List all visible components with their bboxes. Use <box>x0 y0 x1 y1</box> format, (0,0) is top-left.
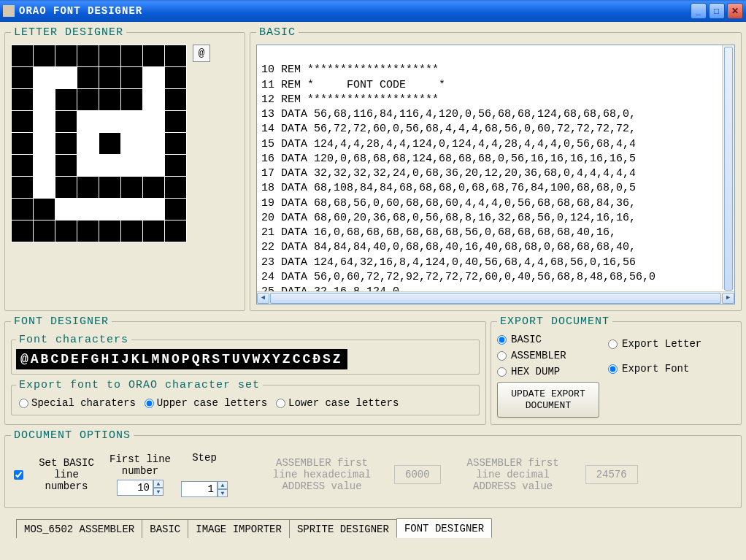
pixel-cell[interactable] <box>143 133 165 155</box>
pixel-cell[interactable] <box>77 89 99 111</box>
close-button[interactable]: ✕ <box>727 3 743 19</box>
pixel-cell[interactable] <box>77 67 99 89</box>
pixel-cell[interactable] <box>77 45 99 67</box>
pixel-cell[interactable] <box>143 67 165 89</box>
pixel-cell[interactable] <box>12 89 34 111</box>
pixel-cell[interactable] <box>121 45 143 67</box>
pixel-cell[interactable] <box>34 133 55 155</box>
pixel-cell[interactable] <box>12 111 34 133</box>
pixel-cell[interactable] <box>143 155 165 177</box>
pixel-cell[interactable] <box>165 133 187 155</box>
pixel-cell[interactable] <box>121 67 143 89</box>
pixel-cell[interactable] <box>55 45 77 67</box>
radio-export-assembler[interactable]: ASSEMBLER <box>497 350 599 361</box>
pixel-cell[interactable] <box>99 89 121 111</box>
radio-upper-case[interactable]: Upper case letters <box>145 397 267 409</box>
pixel-cell[interactable] <box>12 133 34 155</box>
pixel-cell[interactable] <box>99 177 121 199</box>
pixel-cell[interactable] <box>165 111 187 133</box>
pixel-cell[interactable] <box>55 199 77 220</box>
pixel-cell[interactable] <box>143 177 165 199</box>
pixel-cell[interactable] <box>165 89 187 111</box>
pixel-cell[interactable] <box>12 45 34 67</box>
step-input[interactable] <box>181 481 218 497</box>
pixel-cell[interactable] <box>165 155 187 177</box>
pixel-cell[interactable] <box>165 67 187 89</box>
pixel-cell[interactable] <box>12 220 34 242</box>
step-spinner[interactable]: ▲▼ <box>181 481 228 497</box>
scroll-right-icon[interactable]: ► <box>722 293 734 304</box>
set-basic-lines-checkbox[interactable] <box>14 470 23 480</box>
radio-special-characters[interactable]: Special charaters <box>19 397 136 409</box>
pixel-cell[interactable] <box>121 111 143 133</box>
pixel-cell[interactable] <box>34 220 55 242</box>
pixel-cell[interactable] <box>34 177 55 199</box>
pixel-cell[interactable] <box>121 155 143 177</box>
pixel-cell[interactable] <box>143 220 165 242</box>
spin-up-icon[interactable]: ▲ <box>218 481 228 489</box>
tab-font-designer[interactable]: FONT DESIGNER <box>396 518 492 538</box>
radio-lower-case[interactable]: Lower case letters <box>276 397 399 409</box>
pixel-cell[interactable] <box>55 177 77 199</box>
pixel-cell[interactable] <box>77 220 99 242</box>
tab-basic[interactable]: BASIC <box>142 519 188 538</box>
pixel-grid[interactable] <box>11 45 187 242</box>
horizontal-scrollbar[interactable]: ◄ ► <box>257 291 734 304</box>
pixel-cell[interactable] <box>55 155 77 177</box>
first-line-spinner[interactable]: ▲▼ <box>117 480 164 496</box>
pixel-cell[interactable] <box>165 199 187 220</box>
pixel-cell[interactable] <box>99 220 121 242</box>
pixel-cell[interactable] <box>121 220 143 242</box>
vertical-scrollbar[interactable] <box>722 45 734 289</box>
pixel-cell[interactable] <box>55 111 77 133</box>
pixel-cell[interactable] <box>99 155 121 177</box>
pixel-cell[interactable] <box>143 111 165 133</box>
pixel-cell[interactable] <box>55 220 77 242</box>
basic-code-area[interactable]: 10 REM ******************** 11 REM * FON… <box>256 45 735 304</box>
pixel-cell[interactable] <box>12 67 34 89</box>
spin-down-icon[interactable]: ▼ <box>153 488 164 496</box>
pixel-cell[interactable] <box>12 155 34 177</box>
pixel-cell[interactable] <box>165 45 187 67</box>
pixel-cell[interactable] <box>34 199 55 220</box>
pixel-cell[interactable] <box>121 199 143 220</box>
pixel-cell[interactable] <box>121 89 143 111</box>
maximize-button[interactable]: □ <box>709 3 725 19</box>
pixel-cell[interactable] <box>99 67 121 89</box>
font-char-strip[interactable]: @ABCDEFGHIJKLMNOPQRSTUVWXYZCCĐSZ <box>16 349 347 369</box>
scroll-left-icon[interactable]: ◄ <box>257 293 269 304</box>
radio-export-font[interactable]: Export Font <box>608 363 701 375</box>
pixel-cell[interactable] <box>55 133 77 155</box>
tab-mos6502[interactable]: MOS_6502 ASSEMBLER <box>16 519 142 538</box>
pixel-cell[interactable] <box>99 199 121 220</box>
first-line-input[interactable] <box>117 480 153 496</box>
pixel-cell[interactable] <box>55 67 77 89</box>
pixel-cell[interactable] <box>121 133 143 155</box>
pixel-cell[interactable] <box>77 111 99 133</box>
radio-export-hexdump[interactable]: HEX DUMP <box>497 366 599 377</box>
pixel-cell[interactable] <box>143 89 165 111</box>
pixel-cell[interactable] <box>12 199 34 220</box>
spin-down-icon[interactable]: ▼ <box>218 489 228 497</box>
pixel-cell[interactable] <box>34 89 55 111</box>
pixel-cell[interactable] <box>165 177 187 199</box>
pixel-cell[interactable] <box>121 177 143 199</box>
spin-up-icon[interactable]: ▲ <box>153 480 164 488</box>
pixel-cell[interactable] <box>34 111 55 133</box>
pixel-cell[interactable] <box>165 220 187 242</box>
pixel-cell[interactable] <box>77 177 99 199</box>
tab-sprite-designer[interactable]: SPRITE DESIGNER <box>289 519 397 538</box>
pixel-cell[interactable] <box>143 199 165 220</box>
pixel-cell[interactable] <box>99 45 121 67</box>
pixel-cell[interactable] <box>34 155 55 177</box>
update-export-button[interactable]: UPDATE EXPORTDOCUMENT <box>497 382 599 418</box>
radio-export-basic[interactable]: BASIC <box>497 334 599 345</box>
pixel-cell[interactable] <box>99 133 121 155</box>
pixel-cell[interactable] <box>55 89 77 111</box>
tab-image-importer[interactable]: IMAGE IMPORTER <box>188 519 290 538</box>
pixel-cell[interactable] <box>77 155 99 177</box>
pixel-cell[interactable] <box>77 199 99 220</box>
pixel-cell[interactable] <box>143 45 165 67</box>
pixel-cell[interactable] <box>99 111 121 133</box>
radio-export-letter[interactable]: Export Letter <box>608 338 701 350</box>
